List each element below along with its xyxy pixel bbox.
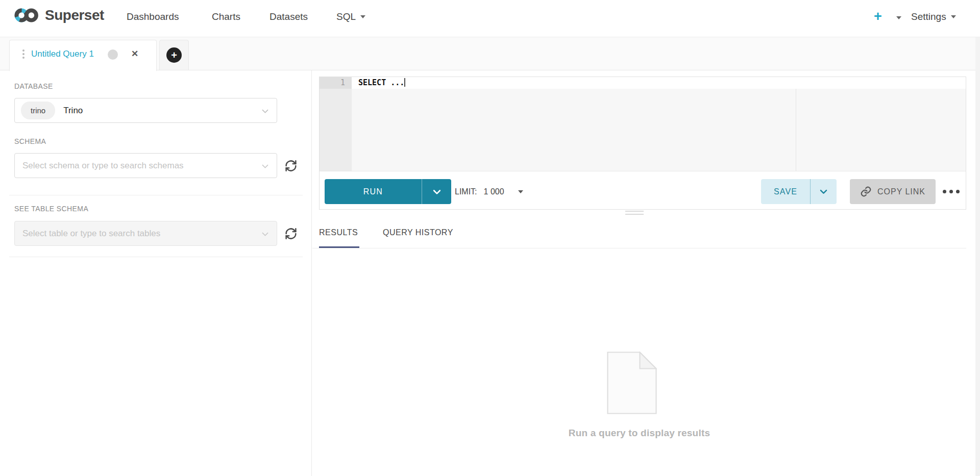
- limit-label: LIMIT:: [455, 187, 477, 196]
- top-navbar: Superset Dashboards Charts Datasets SQL …: [0, 0, 980, 37]
- tab-query-history[interactable]: QUERY HISTORY: [383, 228, 453, 237]
- sql-lab-screen: Superset Dashboards Charts Datasets SQL …: [0, 0, 980, 476]
- drag-handle-icon[interactable]: [22, 49, 24, 59]
- editor-gutter: [320, 77, 352, 171]
- database-type-badge: trino: [21, 102, 55, 119]
- row-limit-dropdown[interactable]: LIMIT: 1 000: [455, 179, 523, 204]
- database-label: DATABASE: [14, 82, 53, 90]
- settings-label: Settings: [911, 11, 946, 22]
- query-tab-label: Untitled Query 1: [31, 49, 94, 59]
- superset-logo[interactable]: Superset: [14, 7, 104, 23]
- save-query-button[interactable]: SAVE: [761, 179, 837, 204]
- editor-line-number: 1: [320, 77, 352, 89]
- tab-results[interactable]: RESULTS: [319, 228, 358, 237]
- caret-down-icon: [518, 190, 523, 193]
- text-cursor: [404, 78, 405, 87]
- nav-charts[interactable]: Charts: [212, 11, 240, 22]
- add-tab-button[interactable]: +: [159, 40, 189, 70]
- sql-code-rest: ...: [386, 78, 404, 87]
- new-item-button[interactable]: +: [874, 9, 882, 24]
- table-select-placeholder: Select table or type to search tables: [22, 229, 160, 239]
- database-select[interactable]: trino Trino: [14, 98, 277, 123]
- save-options-chevron-icon[interactable]: [811, 179, 837, 204]
- database-select-value: Trino: [63, 106, 83, 116]
- refresh-tables-icon[interactable]: [282, 225, 300, 242]
- run-options-chevron-icon[interactable]: [422, 179, 451, 204]
- superset-infinity-icon: [14, 8, 39, 23]
- table-select[interactable]: Select table or type to search tables: [14, 221, 277, 246]
- schema-select[interactable]: Select schema or type to search schemas: [14, 153, 277, 178]
- more-actions-icon[interactable]: [943, 179, 960, 204]
- sidebar-divider: [9, 195, 303, 195]
- query-status-dot: [108, 49, 118, 60]
- left-panel: [0, 70, 312, 476]
- pane-resize-handle[interactable]: [625, 211, 644, 215]
- chevron-down-icon[interactable]: [896, 16, 901, 19]
- sql-editor[interactable]: 1 SELECT ...: [320, 77, 966, 171]
- tabs-bottom-border: [312, 248, 966, 248]
- sidebar-divider: [9, 257, 303, 257]
- link-icon: [860, 186, 872, 197]
- table-schema-label: SEE TABLE SCHEMA: [14, 205, 88, 213]
- editor-print-margin: [796, 77, 796, 171]
- brand-name: Superset: [45, 7, 104, 23]
- chevron-down-icon: [260, 106, 270, 118]
- chevron-down-icon: [951, 15, 956, 18]
- schema-label: SCHEMA: [14, 137, 46, 145]
- nav-sql-menu[interactable]: SQL: [336, 11, 365, 22]
- chevron-down-icon: [360, 15, 365, 18]
- settings-menu[interactable]: Settings: [911, 11, 956, 22]
- empty-document-icon: [607, 352, 657, 416]
- close-tab-icon[interactable]: ✕: [131, 48, 138, 59]
- refresh-schemas-icon[interactable]: [282, 157, 300, 174]
- query-tab-active[interactable]: Untitled Query 1 ✕: [9, 40, 157, 71]
- nav-datasets[interactable]: Datasets: [270, 11, 308, 22]
- page-scrollbar[interactable]: [975, 37, 980, 476]
- run-query-button[interactable]: RUN: [325, 179, 451, 204]
- plus-icon: +: [166, 47, 182, 63]
- limit-value: 1 000: [484, 187, 504, 196]
- sql-keyword: SELECT: [358, 78, 386, 87]
- nav-sql-label: SQL: [336, 11, 356, 22]
- nav-dashboards[interactable]: Dashboards: [127, 11, 179, 22]
- editor-active-line[interactable]: SELECT ...: [352, 77, 966, 89]
- copy-link-label: COPY LINK: [877, 187, 925, 196]
- empty-results-message: Run a query to display results: [312, 428, 966, 439]
- chevron-down-icon: [260, 229, 270, 241]
- save-label: SAVE: [761, 179, 810, 204]
- run-label: RUN: [325, 179, 422, 204]
- schema-select-placeholder: Select schema or type to search schemas: [22, 161, 184, 171]
- copy-link-button[interactable]: COPY LINK: [850, 179, 936, 204]
- chevron-down-icon: [260, 161, 270, 173]
